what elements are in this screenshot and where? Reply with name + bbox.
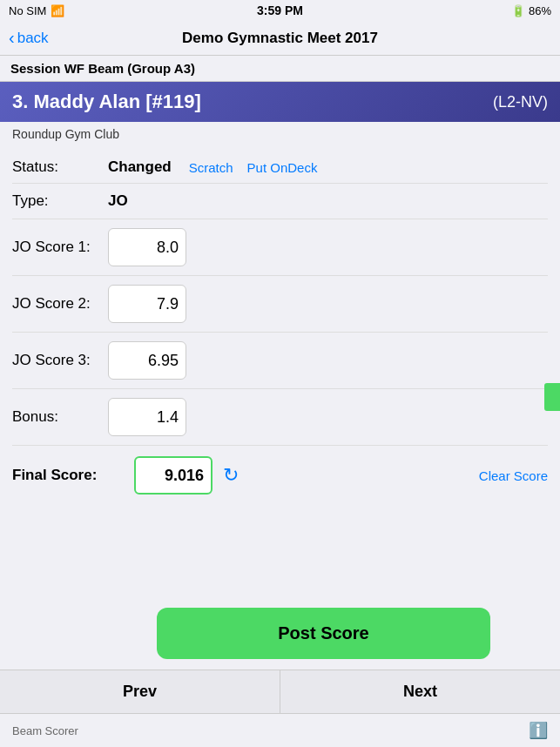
score-3-label: JO Score 3: [12, 352, 108, 369]
session-text: Session WF Beam (Group A3) [10, 61, 195, 76]
bonus-label: Bonus: [12, 408, 108, 426]
nav-buttons: Prev Next [0, 670, 560, 714]
status-bar-time: 3:59 PM [257, 3, 303, 17]
status-row: Status: Changed Scratch Put OnDeck [12, 151, 548, 184]
final-score-label: Final Score: [12, 467, 134, 484]
next-button[interactable]: Next [280, 670, 560, 713]
back-chevron-icon: ‹ [9, 29, 15, 46]
bonus-row: Bonus: [12, 389, 548, 446]
score-1-label: JO Score 1: [12, 239, 108, 256]
footer: Beam Scorer ℹ️ [0, 714, 560, 747]
bluetooth-icon: 🔋 [511, 4, 525, 17]
footer-text: Beam Scorer [12, 724, 78, 737]
put-on-deck-button[interactable]: Put OnDeck [247, 160, 318, 175]
nav-bar: ‹ back Demo Gymnastic Meet 2017 [0, 21, 560, 56]
scratch-button[interactable]: Scratch [189, 160, 233, 175]
score-2-input[interactable] [108, 285, 186, 323]
bottom-section: Post Score Prev Next Beam Scorer ℹ️ [0, 599, 560, 747]
green-indicator [544, 383, 560, 411]
type-row: Type: JO [12, 184, 548, 219]
club-name: Roundup Gym Club [12, 127, 119, 141]
nav-title: Demo Gymnastic Meet 2017 [182, 30, 378, 47]
content-area: Status: Changed Scratch Put OnDeck Type:… [0, 145, 560, 512]
prev-button[interactable]: Prev [0, 670, 280, 713]
gymnast-header: 3. Maddy Alan [#119] (L2-NV) [0, 82, 560, 122]
carrier-text: No SIM [9, 4, 46, 17]
post-score-container: Post Score [0, 599, 560, 670]
score-3-input[interactable] [108, 341, 186, 380]
back-button[interactable]: ‹ back [9, 30, 49, 47]
status-bar-right: 🔋 86% [511, 4, 551, 17]
score-row-2: JO Score 2: [12, 276, 548, 333]
final-score-row: Final Score: ↻ Clear Score [12, 446, 548, 505]
status-bar: No SIM 📶 3:59 PM 🔋 86% [0, 0, 560, 21]
gymnast-name: 3. Maddy Alan [#119] [12, 91, 201, 113]
refresh-icon[interactable]: ↻ [223, 464, 239, 487]
final-score-input[interactable] [134, 456, 213, 495]
bonus-input[interactable] [108, 398, 186, 436]
status-bar-left: No SIM 📶 [9, 4, 64, 17]
score-1-input[interactable] [108, 228, 186, 266]
type-value: JO [108, 192, 128, 210]
score-row-3: JO Score 3: [12, 333, 548, 389]
status-value: Changed [108, 158, 172, 176]
back-label: back [17, 30, 49, 47]
session-header: Session WF Beam (Group A3) [0, 56, 560, 82]
status-label: Status: [12, 158, 108, 176]
club-row: Roundup Gym Club [0, 122, 560, 145]
battery-percent: 86% [529, 4, 551, 17]
wifi-icon: 📶 [51, 4, 64, 17]
gymnast-level: (L2-NV) [493, 93, 548, 111]
score-row-1: JO Score 1: [12, 219, 548, 276]
post-score-button[interactable]: Post Score [157, 608, 490, 659]
type-label: Type: [12, 192, 108, 210]
info-icon[interactable]: ℹ️ [529, 721, 548, 740]
gymnast-number: 3. [12, 91, 28, 112]
score-2-label: JO Score 2: [12, 295, 108, 313]
clear-score-button[interactable]: Clear Score [479, 468, 548, 483]
